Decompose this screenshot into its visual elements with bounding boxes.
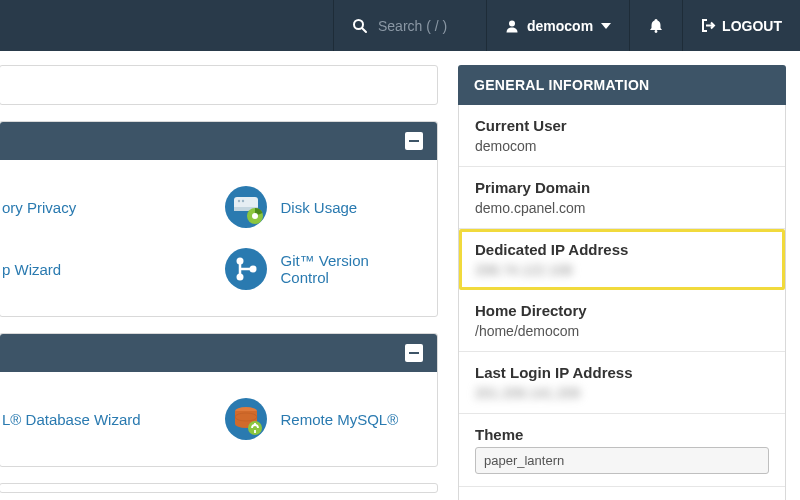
app-label: p Wizard <box>2 261 61 278</box>
search-panel[interactable] <box>0 65 438 105</box>
info-value: /home/democom <box>475 323 769 339</box>
info-current-user: Current User democom <box>459 105 785 167</box>
user-menu[interactable]: democom <box>486 0 629 51</box>
search-input[interactable] <box>378 18 468 34</box>
svg-point-2 <box>509 20 515 26</box>
bell-icon <box>648 18 664 34</box>
panel-body: ory Privacy Disk Usage p Wizard Git <box>0 160 437 316</box>
svg-point-14 <box>249 266 256 273</box>
svg-point-12 <box>236 258 243 265</box>
svg-point-6 <box>237 200 239 202</box>
info-value: demo.cpanel.com <box>475 200 769 216</box>
app-item-wizard[interactable]: p Wizard <box>0 238 219 300</box>
topbar-spacer <box>0 0 333 51</box>
collapse-button[interactable] <box>405 132 423 150</box>
info-label: Home Directory <box>475 302 769 319</box>
info-label: Dedicated IP Address <box>475 241 769 258</box>
panel-header <box>0 334 437 372</box>
app-label: Remote MySQL® <box>281 411 399 428</box>
info-primary-domain: Primary Domain demo.cpanel.com <box>459 167 785 229</box>
app-item-db-wizard[interactable]: L® Database Wizard <box>0 388 219 450</box>
app-item-git[interactable]: Git™ Version Control <box>219 238 428 300</box>
notifications-button[interactable] <box>629 0 682 51</box>
svg-point-7 <box>241 200 243 202</box>
collapse-button[interactable] <box>405 344 423 362</box>
info-theme: Theme paper_lantern <box>459 414 785 487</box>
right-column: GENERAL INFORMATION Current User democom… <box>458 65 800 500</box>
chevron-down-icon <box>601 23 611 29</box>
info-dedicated-ip: Dedicated IP Address 208.74.122.108 <box>459 229 785 290</box>
info-last-login: Last Login IP Address 201.209.141.209 <box>459 352 785 414</box>
app-item-privacy[interactable]: ory Privacy <box>0 176 219 238</box>
git-icon <box>225 248 267 290</box>
search-container <box>333 0 486 51</box>
left-column: ory Privacy Disk Usage p Wizard Git <box>0 65 438 500</box>
logout-label: LOGOUT <box>722 18 782 34</box>
info-label: Current User <box>475 117 769 134</box>
db-panel: L® Database Wizard Remote MySQL® <box>0 333 438 467</box>
info-value: democom <box>475 138 769 154</box>
logout-icon <box>701 18 716 33</box>
svg-point-10 <box>252 213 258 219</box>
info-label: Theme <box>475 426 769 443</box>
panel-body: L® Database Wizard Remote MySQL® <box>0 372 437 466</box>
info-home-dir: Home Directory /home/democom <box>459 290 785 352</box>
app-label: Git™ Version Control <box>281 252 422 286</box>
sidebar-title: GENERAL INFORMATION <box>458 65 786 105</box>
disk-usage-icon <box>225 186 267 228</box>
next-panel-top <box>0 483 438 493</box>
svg-line-1 <box>362 28 366 32</box>
info-label: Primary Domain <box>475 179 769 196</box>
app-label: Disk Usage <box>281 199 358 216</box>
app-item-remote-mysql[interactable]: Remote MySQL® <box>219 388 428 450</box>
username-label: democom <box>527 18 593 34</box>
search-icon <box>352 18 368 34</box>
info-label: Last Login IP Address <box>475 364 769 381</box>
main: ory Privacy Disk Usage p Wizard Git <box>0 51 800 500</box>
info-value: 201.209.141.209 <box>475 385 769 401</box>
topbar: democom LOGOUT <box>0 0 800 51</box>
app-label: L® Database Wizard <box>2 411 141 428</box>
files-panel: ory Privacy Disk Usage p Wizard Git <box>0 121 438 317</box>
remote-mysql-icon <box>225 398 267 440</box>
svg-point-13 <box>236 274 243 281</box>
theme-select[interactable]: paper_lantern <box>475 447 769 474</box>
server-information-link[interactable]: Server Information <box>459 487 785 500</box>
user-icon <box>505 19 519 33</box>
sidebar-body: Current User democom Primary Domain demo… <box>458 105 786 500</box>
svg-point-3 <box>655 30 658 33</box>
logout-button[interactable]: LOGOUT <box>682 0 800 51</box>
app-item-disk-usage[interactable]: Disk Usage <box>219 176 428 238</box>
panel-header <box>0 122 437 160</box>
info-value: 208.74.122.108 <box>475 262 769 278</box>
app-label: ory Privacy <box>2 199 76 216</box>
